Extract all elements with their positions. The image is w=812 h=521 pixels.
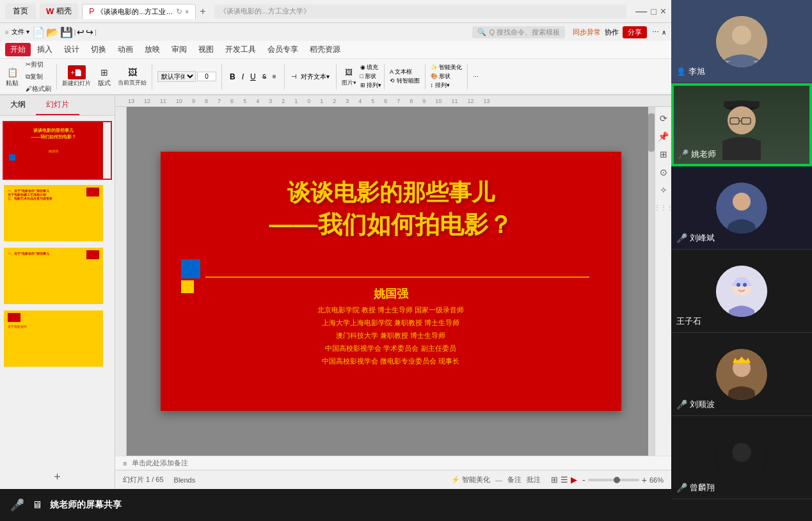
- current-slide-btn[interactable]: 🖼 当前页开始: [115, 65, 149, 88]
- menu-view[interactable]: 视图: [193, 43, 219, 56]
- rt-settings-btn[interactable]: ⊙: [657, 166, 670, 179]
- p5-avatar: [716, 349, 767, 400]
- slide-thumb-4[interactable]: 4 关于电影创作: [3, 309, 112, 368]
- add-tab-btn[interactable]: +: [200, 6, 205, 17]
- convert-btn[interactable]: ⟲ 转智能图: [390, 77, 420, 85]
- italic-btn[interactable]: I: [239, 71, 246, 83]
- menu-shell[interactable]: 稻壳资源: [305, 43, 346, 56]
- comments-btn[interactable]: 批注: [527, 475, 541, 485]
- add-slide-btn[interactable]: +: [0, 465, 115, 489]
- align-left-btn[interactable]: ⊣: [290, 72, 298, 81]
- new-slide-btn[interactable]: +📄 新建幻灯片: [60, 64, 93, 89]
- minimize-btn[interactable]: —: [635, 4, 647, 18]
- sync-btn[interactable]: 同步异常: [573, 28, 601, 37]
- rt-star-btn[interactable]: ✧: [657, 184, 670, 196]
- tab-close-btn[interactable]: ×: [185, 8, 189, 15]
- menu-review[interactable]: 审阅: [166, 43, 192, 56]
- slide-content-wrapper[interactable]: 谈谈电影的那些事儿 ——我们如何拍电影？: [127, 107, 655, 456]
- wps-toolbar: ≡ 文件 ▾ 📄 📂 💾 | ↩ ↪ | 🔍 Q 搜找命令、搜索模板: [0, 23, 671, 95]
- reload-icon[interactable]: ↻: [176, 7, 182, 16]
- image-btn[interactable]: 🖼 图片▾: [339, 65, 359, 88]
- p1-user-icon: 👤: [676, 67, 686, 76]
- sort-btn[interactable]: ↕ 排列▾: [431, 81, 463, 90]
- ruler-h-marks: 13121110987654321012345678910111213: [128, 98, 490, 104]
- copy-btn[interactable]: ⧉ 复制: [23, 71, 54, 83]
- address-bar[interactable]: 《谈谈电影的...方工业大学》: [214, 4, 626, 19]
- tab-active[interactable]: P 《谈谈电影的...方工业大学》 ↻ ×: [82, 4, 196, 19]
- menu-animation[interactable]: 动画: [113, 43, 138, 56]
- tab-home[interactable]: 首页: [5, 3, 36, 19]
- notes-btn[interactable]: 备注: [507, 475, 521, 485]
- p1-name: 👤 李旭: [676, 66, 705, 77]
- outline-tab[interactable]: 大纲: [0, 95, 36, 115]
- collapse-btn[interactable]: ∧: [662, 29, 666, 36]
- format-copy-btn[interactable]: 🎨 形状: [431, 72, 463, 81]
- slide-thumb-1[interactable]: 1 谈谈电影的那些事儿——我们如何拍电影？ 姚国强: [3, 121, 112, 180]
- strikethrough-btn[interactable]: S̶: [260, 72, 269, 81]
- p2-mic-icon: 🎤: [678, 149, 689, 159]
- menu-design[interactable]: 设计: [59, 43, 84, 56]
- close-window-btn[interactable]: ×: [660, 6, 666, 17]
- slide-main-content[interactable]: 谈谈电影的那些事儿 ——我们如何拍电影？: [161, 152, 621, 411]
- smart-beautify-btn[interactable]: ✨ 智能美化: [431, 63, 463, 72]
- outline-view-btn[interactable]: ☰: [561, 475, 568, 485]
- slide-thumb-2[interactable]: 2 一、关于"电影创作"那些事儿 关于电影拍摄工艺流程介绍 三、电影艺术作品欣赏…: [3, 184, 112, 243]
- normal-view-btn[interactable]: ⊞: [551, 475, 558, 485]
- open-btn[interactable]: 📂: [46, 26, 59, 38]
- brush-icon: 🖌: [26, 85, 32, 92]
- zoom-minus-btn[interactable]: -: [582, 475, 585, 485]
- rt-copy-slide-btn[interactable]: ⊞: [657, 148, 670, 161]
- share-btn[interactable]: 分享: [623, 26, 647, 38]
- file-menu[interactable]: 文件 ▾: [12, 28, 29, 36]
- menu-transition[interactable]: 切换: [86, 43, 111, 56]
- zoom-slider[interactable]: [588, 479, 639, 481]
- more-btn[interactable]: ⋯: [652, 28, 659, 36]
- notes-area[interactable]: ≡ 单击此处添加备注: [115, 456, 671, 470]
- text-btn[interactable]: A 文本框: [390, 68, 420, 76]
- bold-btn[interactable]: B: [227, 71, 238, 83]
- slideshow-btn[interactable]: ▶: [571, 475, 577, 485]
- info-line2: 上海大学上海电影学院 兼职教授 博士生导师: [322, 318, 459, 328]
- new-btn[interactable]: 📄: [32, 26, 45, 38]
- paste-btn[interactable]: 📋 粘贴: [3, 65, 22, 89]
- menu-insert[interactable]: 插入: [32, 43, 58, 56]
- tab-wps[interactable]: W 稻壳: [40, 3, 78, 19]
- zoom-plus-btn[interactable]: +: [642, 475, 647, 485]
- menu-start[interactable]: 开始: [5, 43, 31, 56]
- menu-vip[interactable]: 会员专享: [262, 43, 303, 56]
- undo-btn[interactable]: ↩: [77, 27, 84, 37]
- slide-thumb-3[interactable]: 3 一、关于"电影创作"那些事儿: [3, 246, 112, 305]
- format-btn[interactable]: 🖌 格式刷: [23, 83, 54, 95]
- search-bar[interactable]: 🔍 Q 搜找命令、搜索模板: [472, 26, 565, 38]
- redo-btn[interactable]: ↪: [86, 27, 93, 37]
- cut-btn[interactable]: ✂ 剪切: [23, 59, 54, 70]
- fill-btn[interactable]: ◉ 填充: [360, 63, 382, 72]
- scroll-thumb-v[interactable]: [648, 113, 655, 152]
- extra-btn[interactable]: ⋯: [470, 74, 481, 80]
- p4-avatar-svg: [716, 266, 767, 317]
- copy-icon: ⧉: [26, 73, 30, 81]
- underline-btn[interactable]: U: [248, 71, 259, 83]
- zoom-slider-thumb[interactable]: [614, 477, 620, 483]
- font-size-input[interactable]: [197, 72, 216, 81]
- shape-btn[interactable]: □ 形状: [360, 72, 382, 81]
- menu-developer[interactable]: 开发工具: [220, 43, 261, 56]
- text-wrap-btn[interactable]: 对齐文本▾: [299, 71, 331, 83]
- layout-btn[interactable]: ⊞ 版式: [95, 65, 114, 89]
- rt-pin-btn[interactable]: 📌: [657, 130, 670, 143]
- zoom-level[interactable]: 66%: [649, 476, 664, 484]
- menu-icon[interactable]: ≡: [5, 29, 9, 36]
- maximize-btn[interactable]: □: [651, 6, 656, 17]
- menu-slideshow[interactable]: 放映: [139, 43, 165, 56]
- collab-btn[interactable]: 协作: [605, 28, 619, 37]
- window-controls: — □ ×: [635, 4, 666, 18]
- align-btn[interactable]: ≡: [270, 72, 279, 81]
- font-family-select[interactable]: 默认字体: [157, 71, 196, 82]
- slides-tab[interactable]: 幻灯片: [36, 95, 79, 115]
- arrange-btn[interactable]: ⊞ 排列▾: [360, 81, 382, 90]
- smart-btn[interactable]: ⚡ 智能美化: [451, 475, 490, 485]
- scroll-track-v[interactable]: [648, 107, 655, 456]
- save-btn[interactable]: 💾: [60, 26, 73, 38]
- rt-zoom-btn[interactable]: ⟳: [657, 112, 670, 125]
- rt-more-btn[interactable]: ⋮⋮⋮: [654, 204, 672, 211]
